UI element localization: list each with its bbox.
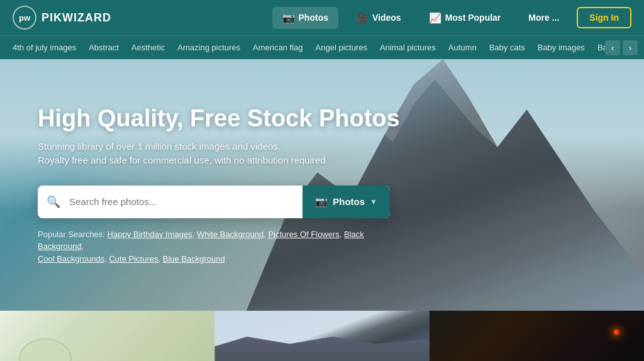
category-item[interactable]: Amazing pictures bbox=[171, 36, 247, 60]
search-bar: 🔍 📷 Photos ▼ bbox=[38, 186, 390, 218]
camera-icon: 📷 bbox=[282, 12, 295, 24]
trending-icon: 📈 bbox=[429, 12, 441, 24]
category-item[interactable]: American flag bbox=[247, 36, 309, 60]
thumbnail-dark[interactable] bbox=[430, 311, 644, 361]
search-icon: 🔍 bbox=[38, 195, 69, 209]
hero-title: High Quality, Free Stock Photos bbox=[38, 105, 400, 132]
more-nav-button[interactable]: More ... bbox=[518, 8, 569, 28]
most-popular-nav-button[interactable]: 📈 Most Popular bbox=[419, 7, 511, 29]
category-item[interactable]: Aesthetic bbox=[125, 36, 171, 60]
category-item[interactable]: Angel pictures bbox=[309, 36, 374, 60]
search-photos-button[interactable]: 📷 Photos ▼ bbox=[303, 186, 390, 218]
hero-subtitle: Stunning library of over 1 million stock… bbox=[38, 140, 365, 168]
navbar: pw PIKWIZARD 📷 Photos 🎥 Videos 📈 Most Po… bbox=[0, 0, 644, 35]
popular-search-link[interactable]: Happy Birthday Images bbox=[108, 230, 192, 239]
video-icon: 🎥 bbox=[356, 12, 369, 24]
photos-nav-button[interactable]: 📷 Photos bbox=[272, 7, 338, 29]
category-items-list: 4th of july images Abstract Aesthetic Am… bbox=[6, 36, 605, 60]
category-item[interactable]: Baby images bbox=[531, 36, 591, 60]
thumbnail-food[interactable] bbox=[0, 311, 214, 361]
category-item[interactable]: Backgrour bbox=[591, 36, 605, 60]
thumbnails-row bbox=[0, 311, 644, 361]
logo-icon: pw bbox=[13, 6, 36, 30]
popular-searches: Popular Searches: Happy Birthday Images,… bbox=[38, 228, 371, 265]
category-next-button[interactable]: › bbox=[623, 40, 638, 55]
logo[interactable]: pw PIKWIZARD bbox=[13, 6, 111, 30]
category-item[interactable]: Autumn bbox=[442, 36, 483, 60]
category-item[interactable]: Baby cats bbox=[483, 36, 531, 60]
popular-search-link[interactable]: Pictures Of Flowers bbox=[268, 230, 339, 239]
popular-search-link[interactable]: White Background bbox=[197, 230, 264, 239]
chevron-down-icon: ▼ bbox=[370, 197, 377, 206]
category-item[interactable]: 4th of july images bbox=[6, 36, 82, 60]
category-item[interactable]: Animal pictures bbox=[374, 36, 442, 60]
search-camera-icon: 📷 bbox=[315, 196, 328, 208]
popular-search-link[interactable]: Cool Backgrounds bbox=[38, 254, 104, 264]
logo-name: PIKWIZARD bbox=[42, 11, 111, 25]
category-item[interactable]: Abstract bbox=[82, 36, 125, 60]
hero-section: High Quality, Free Stock Photos Stunning… bbox=[0, 59, 644, 311]
category-bar: 4th of july images Abstract Aesthetic Am… bbox=[0, 35, 644, 59]
popular-search-link[interactable]: Blue Background bbox=[163, 254, 225, 264]
search-input[interactable] bbox=[69, 196, 303, 207]
videos-nav-button[interactable]: 🎥 Videos bbox=[346, 7, 411, 29]
signin-button[interactable]: Sign In bbox=[577, 7, 631, 28]
hero-content: High Quality, Free Stock Photos Stunning… bbox=[38, 105, 400, 265]
thumbnail-house[interactable] bbox=[214, 311, 429, 361]
category-navigation: ‹ › bbox=[605, 40, 638, 55]
popular-search-link[interactable]: Cute Pictures bbox=[109, 254, 158, 264]
category-prev-button[interactable]: ‹ bbox=[605, 40, 620, 55]
